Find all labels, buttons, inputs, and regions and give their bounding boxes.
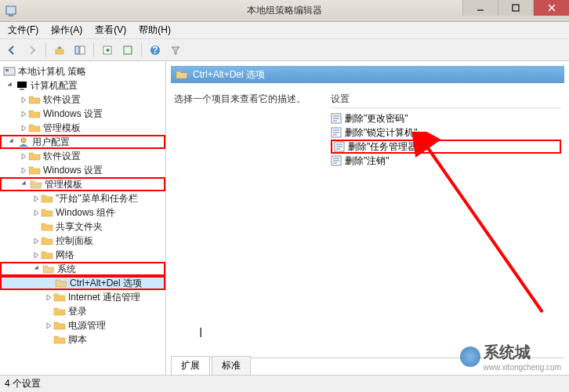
expander-icon[interactable]: [20, 180, 30, 189]
filter-button[interactable]: [167, 42, 184, 59]
maximize-button[interactable]: [498, 0, 533, 16]
folder-icon: [53, 292, 66, 303]
right-pane: Ctrl+Alt+Del 选项 选择一个项目来查看它的描述。 设置 删除"更改密…: [166, 61, 569, 375]
back-button[interactable]: [3, 42, 20, 59]
hint-text: 选择一个项目来查看它的描述。: [174, 91, 324, 107]
tree-cc-templates[interactable]: 管理模板: [0, 121, 165, 135]
menubar: 文件(F) 操作(A) 查看(V) 帮助(H): [0, 22, 569, 39]
tree-cc-software[interactable]: 软件设置: [0, 93, 165, 107]
minimize-button[interactable]: [462, 0, 498, 16]
expander-icon[interactable]: [19, 95, 28, 104]
toolbar: ?: [0, 39, 569, 61]
expander-icon[interactable]: [31, 194, 41, 203]
svg-rect-0: [6, 6, 16, 14]
tree-power[interactable]: 电源管理: [0, 318, 165, 332]
tree-system[interactable]: 系统: [0, 262, 165, 276]
close-button[interactable]: [533, 0, 569, 16]
folder-open-icon: [30, 179, 42, 190]
tree-root[interactable]: 本地计算机 策略: [0, 64, 165, 78]
tree-computer-config[interactable]: 计算机配置: [0, 78, 165, 93]
tree-control-panel[interactable]: 控制面板: [0, 234, 165, 248]
folder-icon: [28, 108, 41, 119]
tree-login[interactable]: 登录: [0, 304, 165, 318]
tree-internet-mgmt[interactable]: Internet 通信管理: [0, 290, 165, 304]
setting-remove-taskmgr[interactable]: 删除"任务管理器": [331, 140, 561, 154]
pane-header: Ctrl+Alt+Del 选项: [171, 66, 564, 83]
toolbar-separator: [93, 43, 94, 57]
folder-icon: [41, 249, 53, 260]
menu-action[interactable]: 操作(A): [46, 22, 87, 38]
forward-button[interactable]: [24, 42, 41, 59]
folder-icon: [28, 94, 41, 105]
sys-buttons: [462, 0, 569, 16]
expander-icon[interactable]: [31, 250, 41, 260]
svg-rect-1: [9, 15, 13, 16]
setting-remove-logoff[interactable]: 删除"注销": [331, 154, 561, 168]
tab-extended[interactable]: 扩展: [171, 356, 210, 375]
expander-icon[interactable]: [31, 236, 41, 245]
help-button[interactable]: ?: [147, 42, 164, 59]
tree-script[interactable]: 脚本: [0, 332, 165, 347]
svg-rect-16: [20, 89, 24, 90]
toolbar-separator: [141, 43, 142, 57]
content-area: 本地计算机 策略 计算机配置 软件设置 Windows 设置 管理模板: [0, 61, 569, 375]
expander-icon[interactable]: [33, 264, 42, 274]
folder-icon: [28, 122, 41, 133]
setting-remove-change-password[interactable]: 删除"更改密码": [331, 111, 561, 125]
tree-uc-software[interactable]: 软件设置: [0, 149, 165, 163]
expander-icon[interactable]: [31, 208, 41, 217]
tree-panel: 本地计算机 策略 计算机配置 软件设置 Windows 设置 管理模板: [0, 61, 166, 375]
expander-icon[interactable]: [19, 109, 28, 118]
expander-icon[interactable]: [44, 292, 53, 302]
expander-icon[interactable]: [19, 123, 28, 132]
policy-setting-icon: [334, 141, 345, 152]
up-button[interactable]: [51, 42, 68, 59]
svg-rect-14: [5, 69, 9, 71]
tree-shared-folders[interactable]: 共享文件夹: [0, 220, 165, 234]
tree-start-taskbar[interactable]: "开始"菜单和任务栏: [0, 191, 165, 205]
titlebar: 本地组策略编辑器: [0, 0, 569, 22]
expander-icon[interactable]: [44, 321, 53, 330]
policy-setting-icon: [331, 113, 342, 124]
toolbar-separator: [45, 43, 46, 57]
text-cursor-icon: I: [199, 326, 202, 340]
expander-icon[interactable]: [6, 81, 16, 90]
refresh-button[interactable]: [119, 42, 136, 59]
folder-icon: [41, 193, 53, 204]
expander-icon[interactable]: [19, 165, 28, 175]
policy-setting-icon: [331, 155, 342, 166]
tree-user-config[interactable]: 用户配置: [0, 135, 165, 149]
expander-icon[interactable]: [8, 137, 17, 147]
folder-icon: [53, 334, 66, 345]
show-hide-button[interactable]: [71, 42, 89, 59]
watermark-text: 系统城: [484, 342, 562, 363]
setting-remove-lock[interactable]: 删除"锁定计算机": [331, 125, 561, 140]
policy-icon: [3, 66, 16, 77]
status-text: 4 个设置: [5, 377, 41, 390]
svg-point-17: [21, 138, 26, 143]
tree-uc-windows[interactable]: Windows 设置: [0, 163, 165, 177]
svg-rect-10: [124, 46, 132, 54]
menu-help[interactable]: 帮助(H): [134, 22, 176, 38]
tree-uc-templates[interactable]: 管理模板: [0, 177, 165, 191]
settings-column: 设置 删除"更改密码" 删除"锁定计算机" 删除"任务管理器" 删除"注销": [328, 88, 564, 353]
export-button[interactable]: [99, 42, 116, 59]
menu-file[interactable]: 文件(F): [3, 22, 43, 38]
svg-rect-3: [513, 5, 519, 11]
tree-ctrl-alt-del[interactable]: Ctrl+Alt+Del 选项: [0, 276, 165, 290]
folder-icon: [41, 207, 53, 218]
tree-network[interactable]: 网络: [0, 248, 165, 262]
watermark-url: www.xitongcheng.com: [484, 363, 562, 372]
watermark-logo-icon: [460, 347, 480, 367]
tree-win-components[interactable]: Windows 组件: [0, 205, 165, 220]
folder-icon: [41, 235, 53, 246]
folder-icon: [28, 165, 41, 176]
tab-standard[interactable]: 标准: [212, 356, 251, 375]
pane-body: 选择一个项目来查看它的描述。 设置 删除"更改密码" 删除"锁定计算机" 删除"…: [166, 83, 569, 358]
tree-cc-windows[interactable]: Windows 设置: [0, 107, 165, 121]
svg-rect-6: [56, 49, 63, 54]
expander-icon[interactable]: [19, 151, 28, 161]
description-column: 选择一个项目来查看它的描述。: [171, 88, 328, 353]
folder-icon: [53, 320, 66, 331]
menu-view[interactable]: 查看(V): [90, 22, 131, 38]
